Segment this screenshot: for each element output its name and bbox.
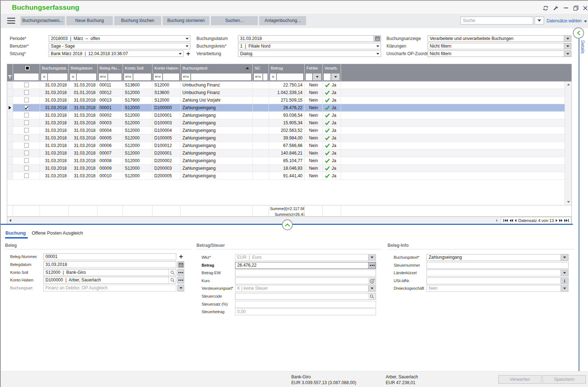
scroll-right-icon[interactable] [496, 219, 498, 222]
chevron-down-icon[interactable] [564, 43, 571, 49]
restore-icon[interactable] [572, 5, 579, 11]
filter-input[interactable] [48, 74, 67, 80]
like-operator-icon[interactable]: a%c [154, 74, 162, 80]
filter-buchungsanzeige-select[interactable]: Verarbeitete und unverarbeitete Buchunge… [428, 35, 571, 42]
neue-buchung-button[interactable]: Neue Buchung [66, 16, 113, 25]
filter-input[interactable] [14, 74, 39, 80]
column-header-belegdatum[interactable]: Belegdatum [69, 64, 98, 72]
anlagenbuchung-button[interactable]: Anlagenbuchung... [259, 16, 306, 25]
column-header-beleg-nummer[interactable]: Beleg-Nu... [98, 64, 123, 72]
row-checkbox[interactable] [24, 151, 29, 155]
field-input[interactable]: 26.476,22 [235, 262, 376, 269]
dropdown-icon[interactable] [368, 285, 376, 292]
column-header-buchungstext[interactable]: Buchungstext [181, 64, 253, 72]
buchung-stornieren-button[interactable]: Buchung stornieren [163, 16, 209, 25]
row-checkbox[interactable] [24, 105, 29, 110]
filter-dropdown-button[interactable] [331, 74, 340, 80]
table-row[interactable]: 31.03.201831.03.201800013S17900S12000Zah… [7, 97, 571, 104]
funnel-icon[interactable] [8, 75, 12, 79]
chevron-down-icon[interactable] [184, 43, 190, 49]
filter-unscharfe-select[interactable]: Nicht filtern [428, 50, 571, 57]
dropdown-icon[interactable] [561, 254, 568, 261]
field-input[interactable] [235, 301, 376, 308]
filter-klaerungen-select[interactable]: Nicht filtern [428, 43, 571, 49]
table-row[interactable]: 31.03.201831.03.201800010S12000D200005Za… [7, 172, 571, 180]
field-input[interactable] [235, 270, 376, 276]
row-checkbox[interactable] [24, 90, 29, 95]
last-record-button[interactable] [564, 219, 569, 222]
table-row[interactable]: 31.03.201801.01.201800012S12000S13600Umb… [7, 89, 571, 97]
field-input[interactable]: EUR | Euro [235, 254, 376, 261]
field-input[interactable] [426, 262, 569, 269]
table-row[interactable]: 31.03.201831.03.201800011S13600S12000Umb… [7, 81, 571, 89]
filter-buchungskreis-select[interactable]: 1 | Filiale Nord [238, 43, 381, 49]
ellipsis-icon[interactable] [177, 277, 184, 284]
like-operator-icon[interactable]: a%c [182, 74, 190, 80]
dropdown-icon[interactable] [177, 285, 184, 292]
chevron-down-icon[interactable] [564, 36, 571, 41]
column-header-sc[interactable]: SC [253, 64, 269, 72]
field-input[interactable]: Finanz an Debitor, OP Ausgleich [43, 285, 176, 292]
wrench-icon[interactable] [552, 5, 559, 11]
dropdown-icon[interactable] [561, 270, 568, 276]
filter-dropdown-button[interactable] [313, 74, 321, 80]
tab-offene-posten-ausgleich[interactable]: Offene Posten Ausgleich [32, 230, 83, 236]
column-header-verarbeitet[interactable]: Verarb. [323, 64, 341, 72]
field-input[interactable]: D100000 | Arber, Sauerlach [43, 277, 176, 284]
filter-input[interactable] [163, 74, 179, 80]
minimize-icon[interactable] [563, 5, 569, 11]
filter-verarbeitung-select[interactable]: Dialog [238, 50, 381, 57]
table-row[interactable]: 31.03.201831.03.201800003S12000D100003Za… [7, 119, 571, 127]
select-all-checkbox[interactable] [25, 66, 30, 71]
calendar-icon[interactable] [177, 261, 184, 268]
info-icon[interactable]: i [561, 278, 568, 284]
fast-forward-button[interactable] [559, 219, 563, 222]
table-row[interactable]: 31.03.201831.03.201800008S12000D200002Za… [7, 157, 571, 165]
field-input[interactable]: Zahlungseingang [426, 254, 569, 261]
buchungsnachweis-button[interactable]: Buchungsnachweis... [21, 16, 65, 25]
filter-input[interactable] [263, 74, 268, 80]
filter-benutzer-select[interactable]: Sage - Sage [49, 43, 190, 49]
ellipsis-icon[interactable] [177, 269, 184, 276]
column-header-buchungsdatum[interactable]: Buchungsdat... [40, 64, 69, 72]
first-record-button[interactable] [503, 219, 508, 222]
add-session-button[interactable]: + [185, 50, 192, 57]
ellipsis-icon[interactable] [368, 262, 376, 268]
field-input[interactable]: Nein [426, 285, 569, 292]
scroll-down-icon[interactable] [565, 199, 572, 205]
buchung-loeschen-button[interactable]: Buchung löschen [114, 16, 161, 25]
field-input[interactable]: 31.03.2018 [43, 261, 176, 268]
column-header-konto-haben[interactable]: Konto Haben [152, 64, 181, 72]
table-row[interactable]: 31.03.201831.03.201800007S12000D200001Za… [7, 150, 571, 157]
table-row[interactable]: 31.03.201831.03.201800005S12000D100005Za… [7, 134, 571, 142]
row-checkbox[interactable] [24, 128, 29, 133]
search-dropdown-button[interactable] [535, 17, 544, 25]
filter-input[interactable] [277, 74, 303, 80]
row-checkbox[interactable] [24, 158, 29, 163]
chevron-down-icon[interactable] [564, 51, 571, 57]
dropdown-icon[interactable] [368, 254, 376, 261]
refresh-icon[interactable] [542, 5, 549, 11]
field-input[interactable]: 0,00 [235, 308, 376, 315]
scroll-left-icon[interactable] [9, 219, 11, 222]
row-checkbox[interactable] [24, 173, 29, 178]
like-operator-icon[interactable]: a%c [99, 74, 107, 80]
tab-buchung[interactable]: Buchung [5, 230, 26, 236]
filter-input[interactable] [108, 74, 121, 80]
chevron-down-icon[interactable] [375, 51, 381, 57]
currency-refresh-icon[interactable]: $ [368, 278, 376, 284]
filter-input[interactable] [306, 74, 312, 80]
filter-input[interactable] [77, 74, 96, 80]
table-row[interactable]: 31.03.201831.03.201800004S12000D100004Za… [7, 127, 571, 134]
row-checkbox[interactable] [24, 113, 29, 117]
table-row[interactable]: 31.03.201831.03.201800006S12000D100012Za… [7, 142, 571, 150]
menu-icon[interactable] [7, 18, 15, 24]
like-operator-icon[interactable]: a%c [254, 74, 262, 80]
field-input[interactable] [235, 293, 376, 300]
scroll-up-icon[interactable] [565, 81, 572, 88]
table-row[interactable]: 31.03.201831.03.201800001S12000D100000Za… [7, 104, 571, 112]
filter-sitzung-select[interactable]: Bank März 2018 | 12.04.2018 10:36:07 [49, 50, 184, 57]
column-header-fehler[interactable]: Fehler [305, 64, 323, 72]
row-checkbox[interactable] [24, 120, 29, 125]
close-icon[interactable] [582, 5, 588, 11]
